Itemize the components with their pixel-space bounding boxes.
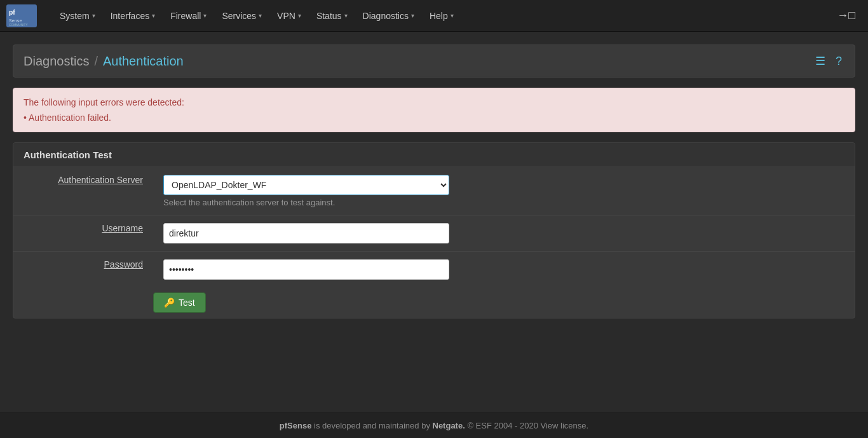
username-row: Username: [13, 216, 855, 252]
caret-icon: ▾: [344, 12, 348, 19]
alert-title: The following input errors were detected…: [24, 97, 844, 107]
nav-item-status[interactable]: Status ▾: [309, 0, 355, 32]
nav-link-firewall[interactable]: Firewall ▾: [163, 0, 214, 32]
error-alert: The following input errors were detected…: [13, 88, 855, 132]
nav-link-diagnostics[interactable]: Diagnostics ▾: [355, 0, 422, 32]
username-label-link[interactable]: Username: [102, 223, 143, 233]
password-field-cell: [153, 252, 855, 288]
server-help-text: Select the authentication server to test…: [163, 198, 844, 207]
nav-label-firewall: Firewall: [170, 11, 201, 21]
password-input[interactable]: [163, 259, 449, 280]
alert-error-list: Authentication failed.: [24, 113, 844, 123]
nav-label-system: System: [60, 11, 90, 21]
panel-title: Authentication Test: [13, 143, 855, 167]
page-content: Diagnostics / Authentication ☰ ? The fol…: [0, 32, 868, 413]
caret-icon: ▾: [259, 12, 262, 19]
caret-icon: ▾: [203, 12, 207, 19]
breadcrumb-separator: /: [94, 54, 98, 69]
alert-error-item: Authentication failed.: [24, 113, 844, 123]
svg-text:pf: pf: [9, 9, 15, 16]
page-header-actions: ☰ ?: [813, 53, 844, 69]
nav-label-status: Status: [316, 11, 342, 21]
server-label-cell: Authentication Server: [13, 167, 153, 216]
password-label-cell: Password: [13, 252, 153, 288]
nav-item-firewall[interactable]: Firewall ▾: [163, 0, 214, 32]
footer-text: is developed and maintained by: [311, 421, 432, 430]
test-button-label: Test: [179, 298, 195, 308]
server-row: Authentication Server OpenLDAP_Dokter_WF…: [13, 167, 855, 216]
pfsense-logo-icon: pf Sense COMMUNITY: [6, 4, 37, 28]
svg-text:Sense: Sense: [9, 18, 22, 24]
page-header: Diagnostics / Authentication ☰ ?: [13, 44, 855, 78]
nav-item-diagnostics[interactable]: Diagnostics ▾: [355, 0, 422, 32]
nav-label-vpn: VPN: [277, 11, 295, 21]
server-field-cell: OpenLDAP_Dokter_WF Select the authentica…: [153, 167, 855, 216]
nav-menu: System ▾ Interfaces ▾ Firewall ▾ Service…: [52, 0, 831, 32]
nav-label-help: Help: [430, 11, 448, 21]
nav-item-system[interactable]: System ▾: [52, 0, 103, 32]
nav-item-vpn[interactable]: VPN ▾: [269, 0, 309, 32]
footer-brand: pfSense: [280, 421, 312, 430]
breadcrumb-section: Diagnostics: [24, 54, 89, 69]
username-label-cell: Username: [13, 216, 153, 252]
logout-icon[interactable]: →□: [831, 9, 862, 22]
nav-label-services: Services: [222, 11, 256, 21]
navbar: pf Sense COMMUNITY System ▾ Interfaces ▾…: [0, 0, 868, 32]
breadcrumb: Diagnostics / Authentication: [24, 54, 184, 69]
key-icon: 🔑: [164, 298, 175, 308]
navbar-right: →□: [831, 9, 862, 22]
footer-license-link[interactable]: View license.: [541, 421, 589, 430]
nav-link-interfaces[interactable]: Interfaces ▾: [103, 0, 163, 32]
nav-link-help[interactable]: Help ▾: [422, 0, 461, 32]
username-field-cell: [153, 216, 855, 252]
brand-logo[interactable]: pf Sense COMMUNITY: [6, 4, 39, 28]
test-button[interactable]: 🔑 Test: [153, 292, 206, 313]
nav-link-status[interactable]: Status ▾: [309, 0, 355, 32]
auth-server-select[interactable]: OpenLDAP_Dokter_WF: [163, 175, 449, 195]
password-label-link[interactable]: Password: [104, 259, 143, 270]
nav-label-diagnostics: Diagnostics: [363, 11, 409, 21]
caret-icon: ▾: [411, 12, 414, 19]
auth-form-table: Authentication Server OpenLDAP_Dokter_WF…: [13, 167, 855, 287]
nav-link-vpn[interactable]: VPN ▾: [269, 0, 309, 32]
username-input[interactable]: [163, 223, 449, 243]
nav-item-interfaces[interactable]: Interfaces ▾: [103, 0, 163, 32]
password-row: Password: [13, 252, 855, 288]
nav-label-interfaces: Interfaces: [111, 11, 149, 21]
caret-icon: ▾: [451, 12, 454, 19]
footer-copyright: © ESF 2004 - 2020: [465, 421, 541, 430]
nav-link-system[interactable]: System ▾: [52, 0, 103, 32]
caret-icon: ▾: [92, 12, 95, 19]
server-label-link[interactable]: Authentication Server: [58, 175, 143, 185]
nav-item-help[interactable]: Help ▾: [422, 0, 461, 32]
svg-text:COMMUNITY: COMMUNITY: [9, 24, 28, 27]
caret-icon: ▾: [298, 12, 301, 19]
auth-test-panel: Authentication Test Authentication Serve…: [13, 142, 855, 318]
caret-icon: ▾: [152, 12, 155, 19]
settings-icon[interactable]: ☰: [813, 53, 828, 69]
breadcrumb-current: Authentication: [103, 54, 184, 69]
nav-item-services[interactable]: Services ▾: [214, 0, 269, 32]
page-footer: pfSense is developed and maintained by N…: [0, 413, 868, 438]
help-icon[interactable]: ?: [833, 53, 844, 69]
footer-company: Netgate.: [433, 421, 465, 430]
nav-link-services[interactable]: Services ▾: [214, 0, 269, 32]
